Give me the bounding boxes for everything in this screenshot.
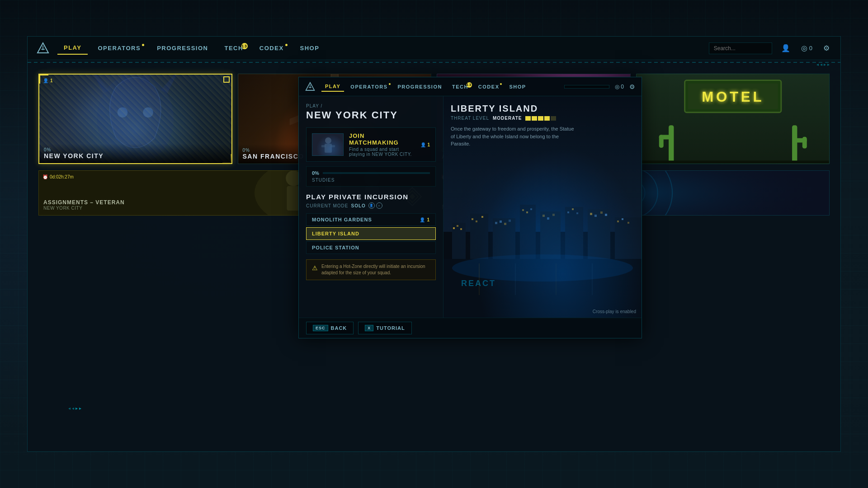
back-button[interactable]: Esc Back — [306, 322, 354, 334]
tutorial-button[interactable]: X Tutorial — [358, 322, 411, 334]
nav-arrows-bottom: ◂ ◂ ▸ ▸ — [68, 406, 81, 411]
overlay-breadcrumb: PLAY / — [306, 103, 436, 108]
nav-search-input[interactable] — [709, 42, 772, 54]
svg-rect-65 — [526, 211, 528, 213]
nav-item-progression[interactable]: PROGRESSION — [151, 42, 214, 54]
tech-badge: 13 — [241, 43, 248, 49]
player-icon: 👤 — [43, 78, 48, 83]
svg-rect-54 — [470, 214, 488, 259]
join-player-count: 👤 1 — [420, 142, 430, 147]
overlay-currency-icon: ◎ — [615, 84, 619, 90]
nav-item-operators[interactable]: OPERATORS — [91, 42, 147, 54]
overlay-nav-progression[interactable]: PROGRESSION — [394, 82, 446, 91]
bottom-arrow-l1[interactable]: ◂ — [68, 406, 71, 411]
current-mode-value: SOLO — [351, 203, 365, 208]
private-incursion-title: PLAY PRIVATE INCURSION — [306, 193, 436, 201]
svg-rect-53 — [460, 228, 462, 230]
location-description: Once the gateway to freedom and prosperi… — [451, 125, 577, 148]
main-nav: PLAY OPERATORS PROGRESSION TECH 13 CODEX… — [28, 37, 840, 60]
svg-rect-80 — [615, 217, 642, 259]
threat-row: Threat Level MODERATE — [451, 116, 634, 121]
svg-rect-51 — [453, 227, 455, 229]
warning-icon: ⚠ — [312, 264, 318, 273]
svg-rect-59 — [495, 222, 497, 224]
svg-point-43 — [325, 137, 331, 144]
back-label: Back — [331, 325, 347, 331]
map-card-motel[interactable]: MOTEL — [636, 74, 830, 164]
overlay-panel: PLAY OPERATORS PROGRESSION TECH 13 CODEX… — [298, 77, 642, 338]
motel-art-svg: MOTEL — [637, 74, 830, 164]
bottom-arrow-l2[interactable]: ◂ — [72, 406, 74, 411]
current-mode: Current Mode SOLO 👤 + — [306, 202, 436, 209]
overlay-nav-codex[interactable]: CODEX — [475, 82, 503, 91]
profile-icon: 👤 — [781, 44, 790, 52]
svg-rect-62 — [509, 220, 511, 222]
overlay-operators-dot — [389, 83, 391, 85]
svg-rect-78 — [600, 211, 603, 214]
arrow-left1[interactable]: ◂ — [816, 62, 819, 67]
overlay-codex-dot — [500, 83, 502, 85]
svg-rect-77 — [594, 215, 597, 217]
nav-arrows-top: ◂ ◂ ▸ ▸ — [815, 60, 831, 69]
overlay-nav-play[interactable]: PLAY — [321, 82, 344, 92]
svg-rect-22 — [637, 160, 830, 164]
tutorial-key: X — [365, 325, 373, 331]
overlay-footer: Esc Back X Tutorial — [299, 318, 642, 338]
nav-deco-line — [28, 62, 840, 63]
location-list: MONOLITH GARDENS 👤 1 LIBERTY ISLAND POLI… — [306, 213, 436, 254]
studies-progress-row: 0% — [312, 170, 430, 176]
studies-percent: 0% — [312, 170, 319, 176]
assignment-card-text: ASSIGNMENTS – VETERAN NEW YORK CITY — [43, 199, 125, 211]
join-matchmaking-button[interactable]: JOIN MATCHMAKING Find a squad and start … — [306, 127, 436, 162]
back-key: Esc — [313, 325, 328, 331]
nav-item-shop[interactable]: SHOP — [294, 42, 326, 54]
svg-point-6 — [143, 108, 153, 118]
map-card-nyc[interactable]: 👤 1 0% NEW YORK CITY — [38, 74, 232, 164]
cross-play-label: Cross-play is enabled — [593, 309, 636, 314]
location-info: LIBERTY ISLAND Threat Level MODERATE Onc… — [451, 103, 634, 148]
location-name: LIBERTY ISLAND — [451, 103, 634, 114]
mode-icon-2: + — [376, 202, 382, 209]
bottom-arrow-r2[interactable]: ▸ — [79, 406, 81, 411]
assignment-timer: ⏰ 0d:02h:27m — [42, 174, 74, 179]
join-title: JOIN MATCHMAKING — [349, 132, 415, 146]
threat-bar-1 — [525, 116, 531, 121]
location-item-police[interactable]: POLICE STATION — [306, 241, 436, 254]
nav-profile-button[interactable]: 👤 — [779, 42, 792, 54]
tutorial-label: Tutorial — [376, 325, 405, 331]
overlay-nav-tech[interactable]: TECH 13 — [448, 82, 472, 91]
arrow-right2[interactable]: ▸ — [827, 62, 830, 67]
nav-item-tech[interactable]: TECH 13 — [218, 42, 249, 54]
nav-item-play[interactable]: PLAY — [57, 42, 88, 55]
overlay-right-panel: REACT LIBERTY ISLAND Threat Level MODERA… — [443, 96, 642, 318]
svg-rect-55 — [472, 218, 473, 220]
location-item-liberty[interactable]: LIBERTY ISLAND — [306, 227, 436, 240]
svg-text:REACT: REACT — [461, 279, 496, 288]
svg-rect-74 — [576, 212, 578, 214]
threat-bar-4 — [544, 116, 550, 121]
svg-rect-67 — [540, 211, 561, 259]
svg-rect-19 — [792, 125, 797, 164]
svg-rect-81 — [617, 221, 619, 222]
svg-rect-58 — [493, 218, 515, 259]
arrow-left2[interactable]: ◂ — [820, 62, 822, 67]
overlay-search — [564, 85, 609, 89]
location-item-monolith[interactable]: MONOLITH GARDENS 👤 1 — [306, 213, 436, 226]
overlay-settings-button[interactable]: ⚙ — [629, 83, 635, 90]
nav-settings-button[interactable]: ⚙ — [821, 42, 831, 54]
svg-rect-16 — [669, 125, 674, 164]
nav-item-codex[interactable]: CODEX — [253, 42, 290, 54]
svg-rect-50 — [452, 223, 466, 259]
arrow-right1[interactable]: ▸ — [824, 62, 826, 67]
svg-rect-73 — [572, 208, 574, 210]
mode-icons: 👤 + — [368, 202, 382, 209]
overlay-nav-operators[interactable]: OPERATORS — [347, 82, 391, 91]
bottom-arrow-r1[interactable]: ▸ — [75, 406, 78, 411]
overlay-nav-shop[interactable]: SHOP — [505, 82, 529, 91]
threat-bars — [525, 116, 556, 121]
svg-rect-64 — [522, 209, 524, 211]
motel-art-container: MOTEL — [637, 74, 830, 164]
mode-icon-1: 👤 — [368, 202, 375, 209]
svg-rect-44 — [325, 144, 332, 153]
svg-rect-63 — [520, 205, 536, 259]
